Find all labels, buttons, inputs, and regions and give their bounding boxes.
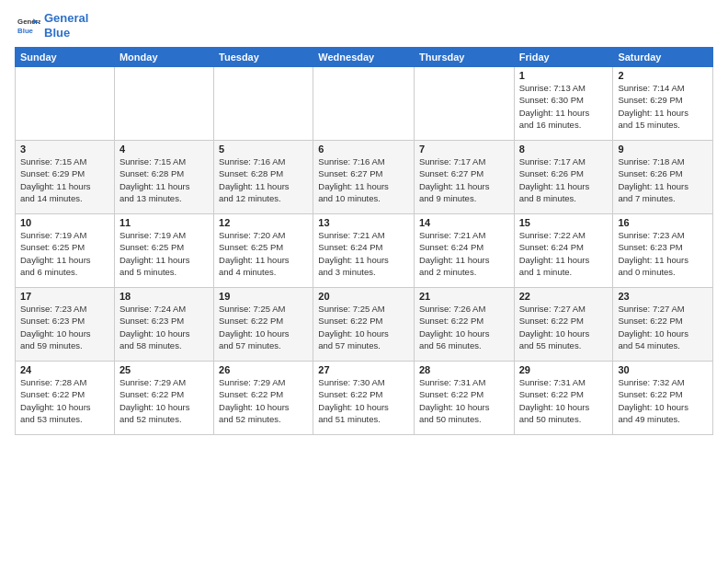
day-number: 21 [419,291,509,302]
day-cell: 25Sunrise: 7:29 AM Sunset: 6:22 PM Dayli… [114,362,213,435]
week-row-3: 17Sunrise: 7:23 AM Sunset: 6:23 PM Dayli… [16,288,713,362]
day-info: Sunrise: 7:15 AM Sunset: 6:29 PM Dayligh… [20,155,109,204]
day-info: Sunrise: 7:31 AM Sunset: 6:22 PM Dayligh… [419,376,509,425]
day-info: Sunrise: 7:25 AM Sunset: 6:22 PM Dayligh… [219,303,308,351]
day-cell: 13Sunrise: 7:21 AM Sunset: 6:24 PM Dayli… [313,214,415,288]
day-info: Sunrise: 7:29 AM Sunset: 6:22 PM Dayligh… [219,376,308,425]
day-number: 26 [219,364,308,375]
calendar-table: SundayMondayTuesdayWednesdayThursdayFrid… [15,47,713,435]
day-number: 23 [618,291,708,302]
day-cell [313,67,415,141]
svg-text:Blue: Blue [17,26,34,34]
day-number: 14 [419,217,509,228]
day-info: Sunrise: 7:23 AM Sunset: 6:23 PM Dayligh… [20,303,109,351]
day-info: Sunrise: 7:23 AM Sunset: 6:23 PM Dayligh… [618,229,708,278]
day-info: Sunrise: 7:17 AM Sunset: 6:26 PM Dayligh… [519,155,609,204]
day-cell: 21Sunrise: 7:26 AM Sunset: 6:22 PM Dayli… [414,288,514,362]
col-header-wednesday: Wednesday [313,48,415,67]
day-cell: 14Sunrise: 7:21 AM Sunset: 6:24 PM Dayli… [414,214,514,288]
calendar-header-row: SundayMondayTuesdayWednesdayThursdayFrid… [16,48,713,67]
col-header-monday: Monday [114,48,213,67]
day-number: 20 [318,291,409,302]
day-number: 3 [20,144,109,155]
day-cell: 5Sunrise: 7:16 AM Sunset: 6:28 PM Daylig… [214,141,313,214]
day-info: Sunrise: 7:15 AM Sunset: 6:28 PM Dayligh… [119,155,209,204]
logo-text: GeneralBlue [44,11,88,40]
day-number: 30 [618,364,708,375]
day-cell: 23Sunrise: 7:27 AM Sunset: 6:22 PM Dayli… [613,288,713,362]
day-number: 4 [119,144,209,155]
day-cell [16,67,115,141]
day-cell: 27Sunrise: 7:30 AM Sunset: 6:22 PM Dayli… [313,362,415,435]
day-cell: 18Sunrise: 7:24 AM Sunset: 6:23 PM Dayli… [114,288,213,362]
day-info: Sunrise: 7:27 AM Sunset: 6:22 PM Dayligh… [618,303,708,351]
day-number: 24 [20,364,109,375]
day-cell [414,67,514,141]
week-row-1: 3Sunrise: 7:15 AM Sunset: 6:29 PM Daylig… [16,141,713,214]
day-info: Sunrise: 7:19 AM Sunset: 6:25 PM Dayligh… [20,229,109,278]
day-info: Sunrise: 7:30 AM Sunset: 6:22 PM Dayligh… [318,376,409,425]
day-number: 17 [20,291,109,302]
col-header-tuesday: Tuesday [214,48,313,67]
day-number: 29 [519,364,609,375]
day-number: 6 [318,144,409,155]
day-number: 19 [219,291,308,302]
day-info: Sunrise: 7:21 AM Sunset: 6:24 PM Dayligh… [318,229,409,278]
day-number: 18 [119,291,209,302]
day-info: Sunrise: 7:14 AM Sunset: 6:29 PM Dayligh… [618,82,708,131]
day-cell: 29Sunrise: 7:31 AM Sunset: 6:22 PM Dayli… [514,362,613,435]
day-number: 8 [519,144,609,155]
day-cell: 3Sunrise: 7:15 AM Sunset: 6:29 PM Daylig… [16,141,115,214]
day-cell: 15Sunrise: 7:22 AM Sunset: 6:24 PM Dayli… [514,214,613,288]
day-cell: 30Sunrise: 7:32 AM Sunset: 6:22 PM Dayli… [613,362,713,435]
week-row-2: 10Sunrise: 7:19 AM Sunset: 6:25 PM Dayli… [16,214,713,288]
col-header-thursday: Thursday [414,48,514,67]
day-cell: 11Sunrise: 7:19 AM Sunset: 6:25 PM Dayli… [114,214,213,288]
day-cell [114,67,213,141]
day-info: Sunrise: 7:28 AM Sunset: 6:22 PM Dayligh… [20,376,109,425]
day-info: Sunrise: 7:20 AM Sunset: 6:25 PM Dayligh… [219,229,308,278]
col-header-friday: Friday [514,48,613,67]
day-info: Sunrise: 7:26 AM Sunset: 6:22 PM Dayligh… [419,303,509,351]
day-number: 16 [618,217,708,228]
day-info: Sunrise: 7:22 AM Sunset: 6:24 PM Dayligh… [519,229,609,278]
week-row-4: 24Sunrise: 7:28 AM Sunset: 6:22 PM Dayli… [16,362,713,435]
day-number: 2 [618,70,708,81]
day-number: 10 [20,217,109,228]
day-info: Sunrise: 7:24 AM Sunset: 6:23 PM Dayligh… [119,303,209,351]
day-info: Sunrise: 7:27 AM Sunset: 6:22 PM Dayligh… [519,303,609,351]
day-cell [214,67,313,141]
day-cell: 28Sunrise: 7:31 AM Sunset: 6:22 PM Dayli… [414,362,514,435]
day-info: Sunrise: 7:29 AM Sunset: 6:22 PM Dayligh… [119,376,209,425]
day-info: Sunrise: 7:16 AM Sunset: 6:27 PM Dayligh… [318,155,409,204]
day-info: Sunrise: 7:21 AM Sunset: 6:24 PM Dayligh… [419,229,509,278]
day-cell: 26Sunrise: 7:29 AM Sunset: 6:22 PM Dayli… [214,362,313,435]
logo: General Blue GeneralBlue [15,11,88,40]
day-info: Sunrise: 7:19 AM Sunset: 6:25 PM Dayligh… [119,229,209,278]
day-number: 25 [119,364,209,375]
day-number: 1 [519,70,609,81]
day-info: Sunrise: 7:31 AM Sunset: 6:22 PM Dayligh… [519,376,609,425]
day-cell: 8Sunrise: 7:17 AM Sunset: 6:26 PM Daylig… [514,141,613,214]
logo-icon: General Blue [15,13,40,39]
day-number: 22 [519,291,609,302]
day-cell: 22Sunrise: 7:27 AM Sunset: 6:22 PM Dayli… [514,288,613,362]
day-cell: 17Sunrise: 7:23 AM Sunset: 6:23 PM Dayli… [16,288,115,362]
day-cell: 9Sunrise: 7:18 AM Sunset: 6:26 PM Daylig… [613,141,713,214]
day-cell: 24Sunrise: 7:28 AM Sunset: 6:22 PM Dayli… [16,362,115,435]
day-cell: 6Sunrise: 7:16 AM Sunset: 6:27 PM Daylig… [313,141,415,214]
day-cell: 4Sunrise: 7:15 AM Sunset: 6:28 PM Daylig… [114,141,213,214]
day-cell: 1Sunrise: 7:13 AM Sunset: 6:30 PM Daylig… [514,67,613,141]
day-number: 11 [119,217,209,228]
day-info: Sunrise: 7:16 AM Sunset: 6:28 PM Dayligh… [219,155,308,204]
day-cell: 20Sunrise: 7:25 AM Sunset: 6:22 PM Dayli… [313,288,415,362]
day-cell: 10Sunrise: 7:19 AM Sunset: 6:25 PM Dayli… [16,214,115,288]
day-info: Sunrise: 7:17 AM Sunset: 6:27 PM Dayligh… [419,155,509,204]
day-number: 7 [419,144,509,155]
col-header-saturday: Saturday [613,48,713,67]
day-info: Sunrise: 7:13 AM Sunset: 6:30 PM Dayligh… [519,82,609,131]
week-row-0: 1Sunrise: 7:13 AM Sunset: 6:30 PM Daylig… [16,67,713,141]
day-number: 5 [219,144,308,155]
day-cell: 2Sunrise: 7:14 AM Sunset: 6:29 PM Daylig… [613,67,713,141]
day-number: 15 [519,217,609,228]
